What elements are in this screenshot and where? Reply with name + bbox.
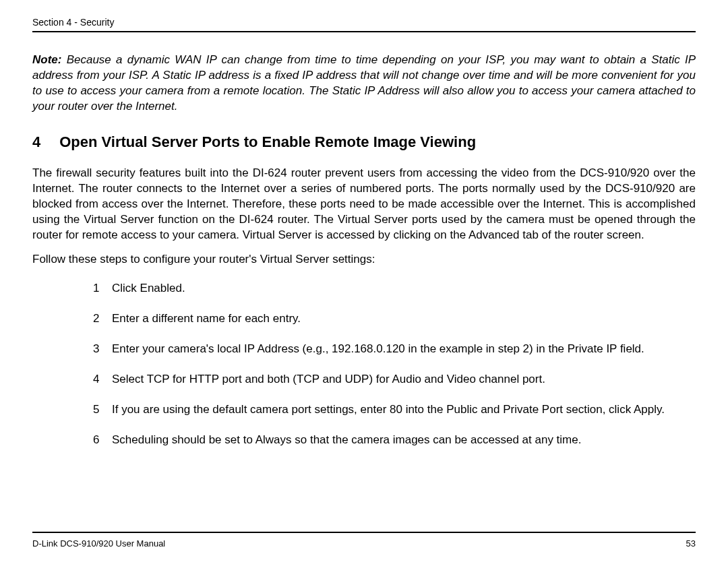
note-text: Because a dynamic WAN IP can change from…: [32, 53, 696, 113]
step-number: 5: [93, 402, 104, 418]
body-paragraph: The firewall security features built int…: [32, 166, 696, 243]
step-item: 6Scheduling should be set to Always so t…: [93, 433, 696, 448]
step-item: 1Click Enabled.: [93, 281, 696, 296]
page-header: Section 4 - Security: [32, 16, 696, 32]
step-text: Enter your camera's local IP Address (e.…: [112, 342, 696, 357]
step-item: 2Enter a different name for each entry.: [93, 311, 696, 327]
steps-intro: Follow these steps to configure your rou…: [32, 252, 696, 268]
footer-page-number: 53: [686, 538, 696, 549]
heading-title: Open Virtual Server Ports to Enable Remo…: [59, 133, 476, 151]
step-text: Select TCP for HTTP port and both (TCP a…: [112, 372, 696, 387]
step-text: Enter a different name for each entry.: [112, 311, 696, 327]
note-label: Note:: [32, 53, 61, 66]
step-number: 4: [93, 372, 104, 387]
step-item: 4Select TCP for HTTP port and both (TCP …: [93, 372, 696, 387]
section-heading: 4 Open Virtual Server Ports to Enable Re…: [32, 133, 696, 151]
footer-manual-title: D-Link DCS-910/920 User Manual: [32, 538, 165, 549]
step-text: If you are using the default camera port…: [112, 402, 696, 418]
page-footer: D-Link DCS-910/920 User Manual 53: [32, 532, 696, 549]
steps-list: 1Click Enabled. 2Enter a different name …: [32, 281, 696, 463]
step-number: 3: [93, 342, 104, 357]
step-number: 6: [93, 433, 104, 448]
step-number: 2: [93, 311, 104, 327]
step-item: 3Enter your camera's local IP Address (e…: [93, 342, 696, 357]
step-number: 1: [93, 281, 104, 296]
heading-number: 4: [32, 133, 40, 151]
step-text: Click Enabled.: [112, 281, 696, 296]
note-paragraph: Note: Because a dynamic WAN IP can chang…: [32, 53, 696, 115]
section-label: Section 4 - Security: [32, 17, 114, 28]
step-item: 5If you are using the default camera por…: [93, 402, 696, 418]
step-text: Scheduling should be set to Always so th…: [112, 433, 696, 448]
